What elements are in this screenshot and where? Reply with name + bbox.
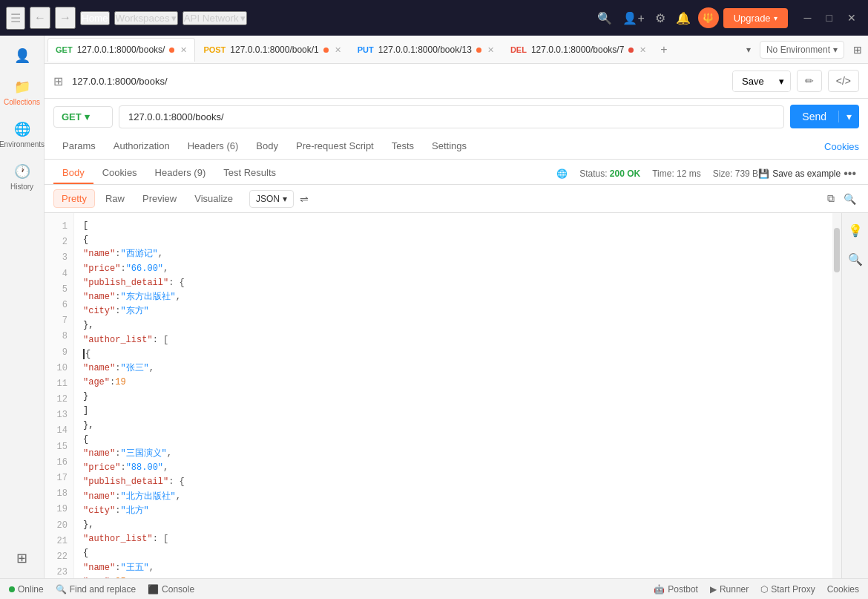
code-line: "name": "东方出版社", bbox=[83, 290, 823, 304]
tabs-right: ▾ No Environment ▾ ⊞ bbox=[743, 41, 865, 59]
req-tab-settings[interactable]: Settings bbox=[423, 134, 476, 159]
upgrade-button[interactable]: Upgrade ▾ bbox=[723, 8, 788, 28]
req-tab-body[interactable]: Body bbox=[247, 134, 287, 159]
grid-view-button[interactable]: ⊞ bbox=[850, 41, 865, 59]
save-icon: 💾 bbox=[758, 168, 769, 179]
res-tab-testresults[interactable]: Test Results bbox=[214, 163, 285, 184]
tabs-chevron-button[interactable]: ▾ bbox=[743, 42, 754, 58]
tab-close-2[interactable]: ✕ bbox=[487, 45, 494, 55]
cookies-status-button[interactable]: Cookies bbox=[827, 584, 859, 595]
console-label: Console bbox=[162, 584, 194, 595]
req-tab-authorization[interactable]: Authorization bbox=[105, 134, 179, 159]
sidebar-item-user[interactable]: 👤 bbox=[3, 42, 42, 70]
minimize-button[interactable]: ─ bbox=[798, 9, 818, 27]
tab-1[interactable]: POST 127.0.0.1:8000/book/1 ✕ bbox=[195, 38, 349, 62]
json-format-selector[interactable]: JSON ▾ bbox=[249, 190, 294, 208]
forward-icon[interactable]: → bbox=[55, 7, 76, 29]
globe-icon: 🌐 bbox=[556, 168, 568, 179]
send-button-group[interactable]: Send ▾ bbox=[790, 105, 859, 128]
code-line: ] bbox=[83, 404, 823, 418]
url-input[interactable] bbox=[119, 105, 784, 128]
time-label: Time: 12 ms bbox=[652, 168, 701, 179]
format-tab-pretty[interactable]: Pretty bbox=[53, 189, 95, 208]
sidebar-item-collections[interactable]: 📁 Collections bbox=[3, 73, 42, 112]
user-icon: 👤 bbox=[14, 48, 30, 64]
console-button[interactable]: ⬛ Console bbox=[148, 584, 194, 595]
start-proxy-button[interactable]: ⬡ Start Proxy bbox=[760, 584, 815, 595]
res-tab-headers[interactable]: Headers (9) bbox=[146, 163, 215, 184]
tab-close-1[interactable]: ✕ bbox=[335, 45, 341, 55]
close-button[interactable]: ✕ bbox=[841, 9, 862, 27]
online-status[interactable]: Online bbox=[9, 584, 44, 595]
save-example-button[interactable]: 💾 Save as example bbox=[758, 168, 841, 179]
tab-2[interactable]: PUT 127.0.0.1:8000/book/13 ✕ bbox=[349, 38, 502, 62]
settings-icon[interactable]: ⚙ bbox=[652, 8, 668, 28]
code-area[interactable]: 1234567891011121314151617181920212223242… bbox=[45, 213, 832, 578]
method-selector[interactable]: GET ▾ bbox=[53, 106, 113, 128]
home-nav[interactable]: Home bbox=[80, 11, 110, 25]
req-tab-tests[interactable]: Tests bbox=[383, 134, 423, 159]
tab-3[interactable]: DEL 127.0.0.1:8000/books/7 ✕ bbox=[502, 38, 654, 62]
line-number: 23 bbox=[45, 565, 73, 578]
maximize-button[interactable]: □ bbox=[821, 9, 838, 27]
history-icon: 🕐 bbox=[14, 163, 30, 180]
code-line: }, bbox=[83, 518, 823, 532]
environment-selector[interactable]: No Environment ▾ bbox=[760, 41, 844, 59]
code-line: "name": "张三", bbox=[83, 361, 823, 376]
sidebar-item-history[interactable]: 🕐 History bbox=[3, 157, 42, 197]
req-tab-headers[interactable]: Headers (6) bbox=[179, 134, 248, 159]
runner-button[interactable]: ▶ Runner bbox=[710, 584, 749, 595]
collections-icon: 📁 bbox=[14, 79, 30, 95]
code-icon-button[interactable]: </> bbox=[828, 70, 859, 92]
sidebar: 👤 📁 Collections 🌐 Environments 🕐 History… bbox=[0, 36, 45, 578]
format-tab-raw[interactable]: Raw bbox=[98, 190, 132, 207]
back-icon[interactable]: ← bbox=[30, 7, 50, 29]
res-tab-body[interactable]: Body bbox=[53, 163, 93, 184]
line-number: 11 bbox=[45, 376, 73, 392]
more-options-button[interactable]: ••• bbox=[841, 166, 859, 182]
req-tab-prerequest[interactable]: Pre-request Script bbox=[287, 134, 383, 159]
save-button-group[interactable]: Save ▾ bbox=[732, 71, 791, 92]
code-line: "age": 19 bbox=[83, 376, 823, 390]
notifications-icon[interactable]: 🔔 bbox=[673, 8, 694, 28]
tab-0[interactable]: GET 127.0.0.1:8000/books/ ✕ bbox=[47, 38, 195, 62]
line-number: 1 bbox=[45, 219, 73, 235]
workspaces-nav[interactable]: Workspaces ▾ bbox=[114, 11, 178, 25]
method-chevron: ▾ bbox=[85, 111, 90, 122]
sidebar-item-environments[interactable]: 🌐 Environments bbox=[3, 115, 42, 154]
avatar-icon[interactable]: 🔱 bbox=[698, 7, 719, 28]
sidebar-environments-label: Environments bbox=[0, 140, 45, 148]
line-number: 20 bbox=[45, 518, 73, 534]
search-icon[interactable]: 🔍 bbox=[594, 8, 615, 28]
api-network-nav[interactable]: API Network ▾ bbox=[183, 11, 247, 25]
json-label: JSON bbox=[256, 194, 280, 204]
res-tab-cookies[interactable]: Cookies bbox=[93, 163, 146, 184]
format-icon-button[interactable]: ⇌ bbox=[297, 190, 312, 208]
save-dropdown-button[interactable]: ▾ bbox=[773, 71, 790, 91]
menu-icon[interactable]: ☰ bbox=[6, 7, 25, 30]
save-main-button[interactable]: Save bbox=[733, 71, 773, 91]
find-replace-button[interactable]: 🔍 Find and replace bbox=[56, 584, 136, 595]
req-tab-params[interactable]: Params bbox=[53, 134, 105, 159]
find-replace-label: Find and replace bbox=[70, 584, 136, 595]
line-number: 15 bbox=[45, 439, 73, 455]
add-tab-button[interactable]: + bbox=[654, 40, 673, 59]
cookies-link[interactable]: Cookies bbox=[824, 135, 859, 158]
tab-close-3[interactable]: ✕ bbox=[640, 45, 646, 55]
invite-icon[interactable]: 👤+ bbox=[619, 8, 647, 28]
tab-close-0[interactable]: ✕ bbox=[180, 45, 187, 55]
right-panel-btn-1[interactable]: 💡 bbox=[844, 219, 867, 242]
format-tab-preview[interactable]: Preview bbox=[135, 190, 184, 207]
postbot-button[interactable]: 🤖 Postbot bbox=[654, 584, 698, 595]
line-number: 13 bbox=[45, 407, 73, 423]
copy-button[interactable]: ⧉ bbox=[824, 189, 838, 208]
sidebar-item-explorer[interactable]: ⊞ bbox=[3, 544, 42, 572]
right-panel-btn-2[interactable]: 🔍 bbox=[844, 248, 867, 271]
size-value: 739 B bbox=[735, 168, 758, 179]
format-tab-visualize[interactable]: Visualize bbox=[187, 190, 240, 207]
scrollbar-thumb[interactable] bbox=[834, 228, 840, 272]
edit-icon-button[interactable]: ✏ bbox=[797, 70, 822, 92]
search-code-button[interactable]: 🔍 bbox=[841, 190, 859, 208]
send-dropdown-arrow[interactable]: ▾ bbox=[839, 111, 859, 122]
scrollbar[interactable] bbox=[832, 213, 841, 578]
